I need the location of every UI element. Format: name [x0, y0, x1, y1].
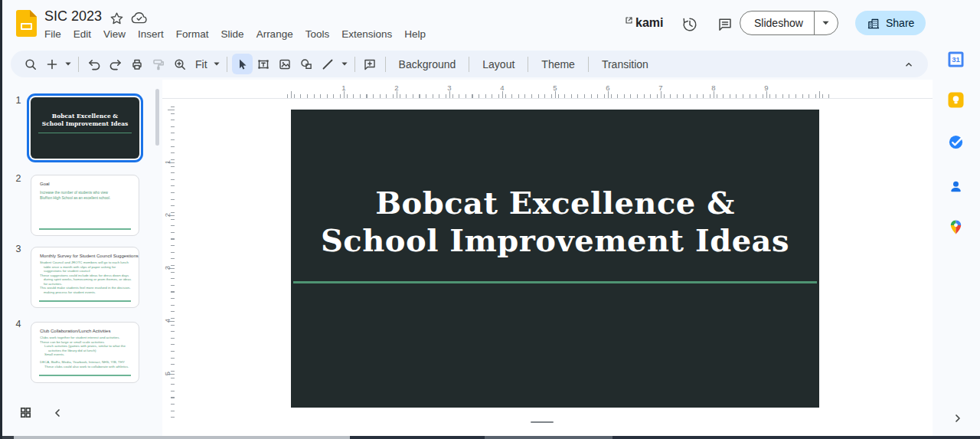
chevron-left-icon	[53, 408, 62, 418]
slide-thumbnail-2[interactable]: Goal Increase the number of students who…	[31, 175, 139, 236]
redo-button[interactable]	[105, 54, 126, 74]
google-tasks-button[interactable]	[947, 133, 964, 150]
google-slides-app: SIC 2023 File Edit View Insert Format Sl…	[0, 0, 980, 439]
insert-line-button[interactable]	[318, 54, 338, 74]
slide-number-3: 3	[11, 244, 25, 254]
menu-tools[interactable]: Tools	[299, 27, 336, 41]
search-menus-button[interactable]	[20, 54, 41, 74]
new-slide-button[interactable]	[41, 54, 62, 74]
thumbnail-1-divider	[38, 133, 132, 133]
layout-button[interactable]: Layout	[474, 58, 523, 70]
paint-format-button[interactable]	[148, 54, 168, 74]
slideshow-dropdown[interactable]	[815, 21, 838, 25]
menu-view[interactable]: View	[97, 27, 132, 41]
v-ruler-number: 3	[163, 263, 172, 274]
slide-title-text[interactable]: Bobcat Excellence & School Improvement I…	[291, 184, 819, 259]
toolbar-separator	[227, 57, 227, 72]
google-contacts-button[interactable]	[947, 178, 964, 195]
google-keep-button[interactable]	[947, 91, 964, 108]
insert-image-button[interactable]	[275, 54, 296, 74]
menu-file[interactable]: File	[38, 27, 67, 41]
open-in-new-icon	[625, 16, 633, 25]
star-button[interactable]	[108, 10, 125, 27]
slide-accent-line[interactable]	[293, 281, 817, 283]
google-contacts-icon	[948, 179, 964, 195]
share-button[interactable]: Share	[855, 11, 926, 35]
slideshow-label: Slideshow	[740, 17, 814, 29]
text-box-icon	[256, 57, 270, 71]
slide-thumbnail-4[interactable]: Club Collaboration/Lunch Activities Club…	[31, 322, 139, 383]
thumbnail-1-title: Bobcat Excellence & School Improvement I…	[31, 113, 139, 142]
menu-arrange[interactable]: Arrange	[250, 27, 299, 41]
print-icon	[130, 57, 144, 71]
zoom-fit-dropdown[interactable]	[211, 54, 222, 74]
menu-format[interactable]: Format	[170, 27, 215, 41]
menu-insert[interactable]: Insert	[132, 27, 170, 41]
slide-thumbnail-3[interactable]: Monthly Survey for Student Council Sugge…	[31, 247, 139, 308]
h-ruler-number: 3	[447, 84, 451, 92]
theme-button[interactable]: Theme	[533, 58, 583, 70]
background-button[interactable]: Background	[390, 58, 465, 70]
insert-line-dropdown[interactable]	[339, 54, 350, 74]
filmstrip-scrollbar[interactable]	[155, 89, 159, 146]
line-icon	[321, 57, 335, 71]
cloud-saved-icon	[131, 12, 148, 25]
search-icon	[24, 57, 38, 71]
version-history-button[interactable]	[680, 15, 700, 34]
new-slide-dropdown[interactable]	[63, 54, 74, 74]
slideshow-button[interactable]: Slideshow	[740, 11, 838, 35]
google-calendar-icon: 31	[948, 51, 964, 67]
zoom-button[interactable]	[169, 54, 190, 74]
document-status-button[interactable]	[130, 11, 149, 26]
slide-number-2: 2	[11, 173, 25, 184]
google-keep-icon	[948, 92, 964, 108]
caret-down-icon	[214, 62, 220, 66]
horizontal-ruler: 1 2 3 4 5 6 7 8 9	[162, 85, 933, 99]
h-ruler-number: 8	[711, 84, 715, 92]
slide-canvas-area: 1 2 3 4 5 6 7 8 9 1 2 3 4 5 Bobcat Excel…	[162, 80, 933, 436]
transition-button[interactable]: Transition	[593, 58, 657, 70]
toolbar-separator	[78, 57, 79, 72]
chevron-up-icon	[903, 58, 915, 70]
google-maps-button[interactable]	[947, 218, 964, 235]
menu-extensions[interactable]: Extensions	[335, 27, 398, 41]
text-box-button[interactable]	[253, 54, 274, 74]
slides-logo[interactable]	[16, 10, 37, 37]
google-maps-icon	[948, 219, 964, 235]
menu-edit[interactable]: Edit	[67, 27, 97, 41]
add-comment-button[interactable]	[360, 54, 381, 74]
kami-extension-button[interactable]: kami	[625, 16, 663, 30]
select-tool-button[interactable]	[232, 54, 253, 74]
print-button[interactable]	[126, 54, 147, 74]
collapse-filmstrip-button[interactable]	[51, 406, 64, 420]
toolbar-separator	[354, 57, 355, 72]
menu-slide[interactable]: Slide	[215, 27, 250, 41]
window-left-edge	[0, 0, 2, 439]
h-ruler-number: 6	[606, 84, 609, 92]
undo-button[interactable]	[83, 54, 104, 74]
google-calendar-button[interactable]: 31	[947, 51, 964, 67]
add-comment-icon	[363, 57, 377, 71]
slide-number-4: 4	[11, 319, 25, 329]
kami-label: kami	[635, 16, 663, 30]
caret-down-icon	[65, 62, 71, 66]
current-slide[interactable]: Bobcat Excellence & School Improvement I…	[291, 110, 819, 408]
insert-shape-button[interactable]	[296, 54, 317, 74]
building-icon	[867, 17, 880, 30]
v-ruler-number: 5	[163, 369, 172, 379]
grid-view-button[interactable]	[17, 404, 34, 421]
thumbnail-2-divider	[39, 228, 131, 230]
slides-logo-window	[21, 23, 32, 30]
h-ruler-number: 9	[764, 84, 768, 92]
speaker-notes-handle[interactable]	[531, 421, 554, 423]
menu-help[interactable]: Help	[398, 27, 432, 41]
zoom-in-icon	[173, 57, 187, 71]
zoom-fit-label[interactable]: Fit	[191, 58, 211, 70]
open-comments-button[interactable]	[715, 15, 735, 34]
v-ruler-number: 2	[163, 210, 172, 221]
slide-thumbnail-1[interactable]: Bobcat Excellence & School Improvement I…	[31, 97, 139, 159]
document-title[interactable]: SIC 2023	[44, 8, 102, 25]
hide-side-panel-button[interactable]	[951, 411, 965, 425]
hide-menus-button[interactable]	[898, 54, 919, 74]
undo-icon	[87, 57, 101, 71]
